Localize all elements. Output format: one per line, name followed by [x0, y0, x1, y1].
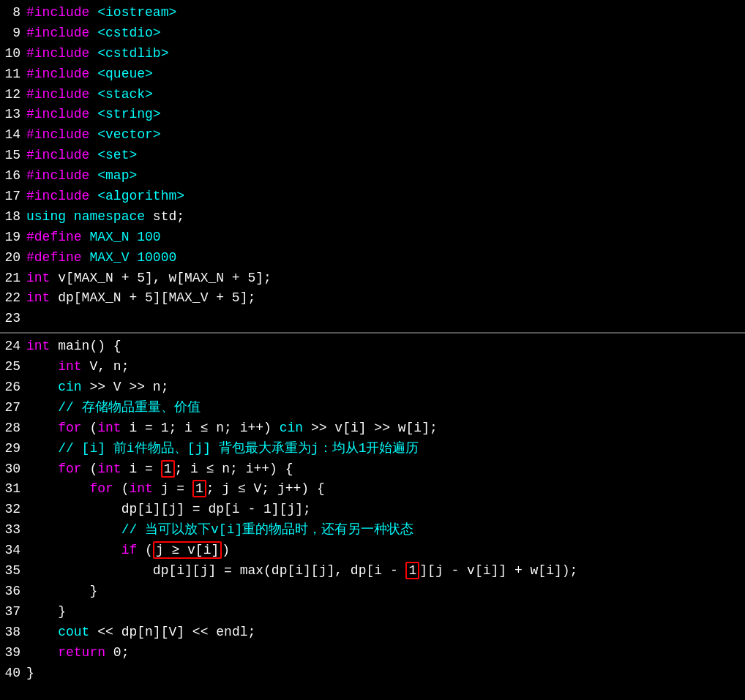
- code-39: return 0;: [26, 643, 745, 663]
- line-number-13: 13: [0, 105, 26, 125]
- line-19: 19 #define MAX_N 100: [0, 227, 745, 248]
- code-27: // 存储物品重量、价值: [26, 398, 745, 418]
- line-number-25: 25: [0, 357, 26, 377]
- line-number-16: 16: [0, 166, 26, 187]
- code-container: 8 #include <iostream> 9 #include <cstdio…: [0, 0, 745, 686]
- line-number-39: 39: [0, 643, 26, 663]
- code-13: #include <string>: [26, 105, 745, 125]
- line-number-8: 8: [0, 3, 26, 23]
- line-25: 25 int V, n;: [0, 357, 745, 377]
- line-number-37: 37: [0, 602, 26, 622]
- line-number-29: 29: [0, 439, 26, 459]
- code-17: #include <algorithm>: [26, 187, 745, 207]
- code-36: }: [26, 582, 745, 602]
- code-15: #include <set>: [26, 146, 745, 166]
- line-22: 22 int dp[MAX_N + 5][MAX_V + 5];: [0, 288, 745, 309]
- code-20: #define MAX_V 10000: [26, 248, 745, 268]
- line-number-26: 26: [0, 377, 26, 398]
- line-31: 31 for (int j = 1; j ≤ V; j++) {: [0, 479, 745, 500]
- code-30: for (int i = 1; i ≤ n; i++) {: [26, 459, 745, 480]
- code-29: // [i] 前i件物品、[j] 背包最大承重为j：均从1开始遍历: [26, 439, 745, 459]
- line-number-36: 36: [0, 582, 26, 602]
- line-35: 35 dp[i][j] = max(dp[i][j], dp[i - 1][j …: [0, 561, 745, 582]
- code-section-bottom: 24 int main() { 25 int V, n; 26 cin >> V…: [0, 334, 745, 686]
- code-32: dp[i][j] = dp[i - 1][j];: [26, 500, 745, 520]
- line-number-17: 17: [0, 187, 26, 207]
- line-21: 21 int v[MAX_N + 5], w[MAX_N + 5];: [0, 268, 745, 289]
- code-11: #include <queue>: [26, 64, 745, 85]
- code-16: #include <map>: [26, 166, 745, 187]
- line-15: 15 #include <set>: [0, 146, 745, 166]
- code-9: #include <cstdio>: [26, 23, 745, 44]
- line-number-11: 11: [0, 64, 26, 85]
- line-17: 17 #include <algorithm>: [0, 187, 745, 207]
- code-section-top: 8 #include <iostream> 9 #include <cstdio…: [0, 0, 745, 332]
- line-40: 40 }: [0, 663, 745, 684]
- line-20: 20 #define MAX_V 10000: [0, 248, 745, 268]
- line-12: 12 #include <stack>: [0, 85, 745, 105]
- line-number-18: 18: [0, 207, 26, 227]
- line-number-31: 31: [0, 479, 26, 500]
- line-29: 29 // [i] 前i件物品、[j] 背包最大承重为j：均从1开始遍历: [0, 439, 745, 459]
- line-14: 14 #include <vector>: [0, 125, 745, 146]
- line-number-15: 15: [0, 146, 26, 166]
- line-number-14: 14: [0, 125, 26, 146]
- line-number-34: 34: [0, 541, 26, 561]
- code-25: int V, n;: [26, 357, 745, 377]
- line-number-28: 28: [0, 418, 26, 439]
- code-12: #include <stack>: [26, 85, 745, 105]
- code-26: cin >> V >> n;: [26, 377, 745, 398]
- line-number-21: 21: [0, 268, 26, 289]
- line-33: 33 // 当可以放下v[i]重的物品时，还有另一种状态: [0, 520, 745, 541]
- line-37: 37 }: [0, 602, 745, 622]
- line-number-30: 30: [0, 459, 26, 480]
- line-number-27: 27: [0, 398, 26, 418]
- line-39: 39 return 0;: [0, 643, 745, 663]
- code-35: dp[i][j] = max(dp[i][j], dp[i - 1][j - v…: [26, 561, 745, 582]
- line-number-22: 22: [0, 288, 26, 309]
- code-10: #include <cstdlib>: [26, 44, 745, 64]
- line-number-19: 19: [0, 227, 26, 248]
- line-18: 18 using namespace std;: [0, 207, 745, 227]
- line-number-32: 32: [0, 500, 26, 520]
- line-number-9: 9: [0, 23, 26, 44]
- code-21: int v[MAX_N + 5], w[MAX_N + 5];: [26, 268, 745, 289]
- line-36: 36 }: [0, 582, 745, 602]
- line-number-33: 33: [0, 520, 26, 541]
- code-31: for (int j = 1; j ≤ V; j++) {: [26, 479, 745, 500]
- code-37: }: [26, 602, 745, 622]
- code-8: #include <iostream>: [26, 3, 745, 23]
- code-22: int dp[MAX_N + 5][MAX_V + 5];: [26, 288, 745, 309]
- line-30: 30 for (int i = 1; i ≤ n; i++) {: [0, 459, 745, 480]
- code-34: if (j ≥ v[i]): [26, 541, 745, 561]
- code-40: }: [26, 663, 745, 684]
- line-16: 16 #include <map>: [0, 166, 745, 187]
- line-number-35: 35: [0, 561, 26, 582]
- code-38: cout << dp[n][V] << endl;: [26, 622, 745, 643]
- line-number-24: 24: [0, 336, 26, 357]
- line-34: 34 if (j ≥ v[i]): [0, 541, 745, 561]
- line-13: 13 #include <string>: [0, 105, 745, 125]
- line-9: 9 #include <cstdio>: [0, 23, 745, 44]
- code-23: [26, 309, 745, 329]
- line-24: 24 int main() {: [0, 336, 745, 357]
- line-28: 28 for (int i = 1; i ≤ n; i++) cin >> v[…: [0, 418, 745, 439]
- line-23: 23: [0, 309, 745, 329]
- line-11: 11 #include <queue>: [0, 64, 745, 85]
- code-19: #define MAX_N 100: [26, 227, 745, 248]
- code-18: using namespace std;: [26, 207, 745, 227]
- line-number-20: 20: [0, 248, 26, 268]
- line-number-38: 38: [0, 622, 26, 643]
- line-number-10: 10: [0, 44, 26, 64]
- line-26: 26 cin >> V >> n;: [0, 377, 745, 398]
- line-number-12: 12: [0, 85, 26, 105]
- line-8: 8 #include <iostream>: [0, 3, 745, 23]
- code-24: int main() {: [26, 336, 745, 357]
- code-28: for (int i = 1; i ≤ n; i++) cin >> v[i] …: [26, 418, 745, 439]
- line-38: 38 cout << dp[n][V] << endl;: [0, 622, 745, 643]
- line-number-40: 40: [0, 663, 26, 684]
- line-32: 32 dp[i][j] = dp[i - 1][j];: [0, 500, 745, 520]
- code-14: #include <vector>: [26, 125, 745, 146]
- line-27: 27 // 存储物品重量、价值: [0, 398, 745, 418]
- code-33: // 当可以放下v[i]重的物品时，还有另一种状态: [26, 520, 745, 541]
